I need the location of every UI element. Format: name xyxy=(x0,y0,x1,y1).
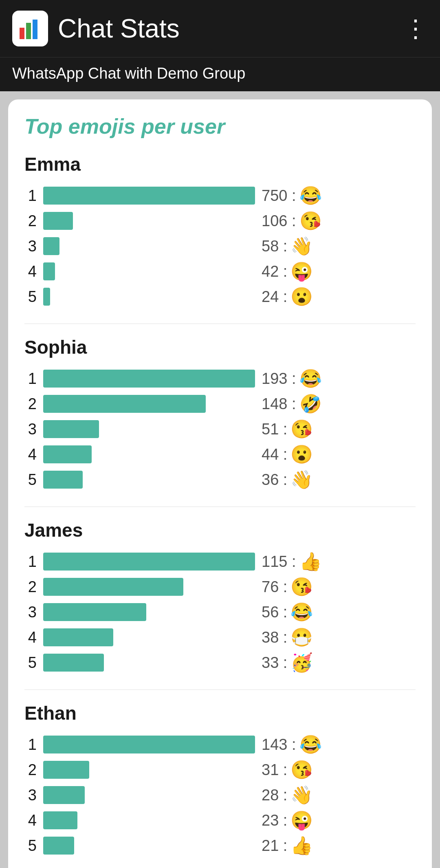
count-emoji: 193 : 😂 xyxy=(262,368,322,389)
rank-number: 4 xyxy=(24,446,37,463)
emoji-icon: 😂 xyxy=(299,734,322,755)
rank-number: 4 xyxy=(24,629,37,646)
user-section-ethan: Ethan 1 143 : 😂 2 31 : 😘 xyxy=(24,702,416,856)
app-bar: Chat Stats ⋮ xyxy=(0,0,440,57)
emoji-row: 1 143 : 😂 xyxy=(24,734,416,755)
emoji-row: 1 115 : 👍 xyxy=(24,551,416,572)
bar-container xyxy=(43,445,255,463)
bar-container xyxy=(43,237,255,255)
rank-number: 3 xyxy=(24,238,37,255)
bar xyxy=(43,471,83,489)
emoji-icon: 😮 xyxy=(290,444,313,465)
bar xyxy=(43,370,255,388)
subtitle-bar: WhatsApp Chat with Demo Group xyxy=(0,57,440,91)
emoji-row: 4 44 : 😮 xyxy=(24,444,416,465)
rank-number: 4 xyxy=(24,812,37,829)
main-content: Top emojis per user Emma 1 750 : 😂 2 106… xyxy=(0,91,440,868)
user-name: James xyxy=(24,519,416,541)
bar xyxy=(43,736,255,753)
section-divider xyxy=(24,690,416,690)
user-name: Ethan xyxy=(24,702,416,724)
bar-container xyxy=(43,628,255,646)
bar xyxy=(43,578,183,596)
count-emoji: 115 : 👍 xyxy=(262,551,322,572)
emoji-row: 2 148 : 🤣 xyxy=(24,393,416,414)
emoji-icon: 😘 xyxy=(299,210,322,231)
emoji-row: 3 56 : 😂 xyxy=(24,601,416,623)
bar xyxy=(43,237,59,255)
emoji-icon: 🤣 xyxy=(299,393,322,414)
bar-container xyxy=(43,761,255,779)
emoji-row: 5 21 : 👍 xyxy=(24,835,416,856)
chat-name: WhatsApp Chat with Demo Group xyxy=(12,65,245,82)
count-emoji: 23 : 😜 xyxy=(262,810,313,831)
rank-number: 5 xyxy=(24,288,37,306)
more-options-icon[interactable]: ⋮ xyxy=(403,14,428,43)
bar-container xyxy=(43,471,255,489)
user-section-emma: Emma 1 750 : 😂 2 106 : 😘 xyxy=(24,153,416,307)
emoji-icon: 😜 xyxy=(290,810,313,831)
emoji-row: 3 51 : 😘 xyxy=(24,419,416,440)
user-name: Emma xyxy=(24,153,416,175)
bar xyxy=(43,553,255,571)
emoji-icon: 😘 xyxy=(290,576,313,597)
stats-card: Top emojis per user Emma 1 750 : 😂 2 106… xyxy=(8,99,432,868)
count-emoji: 33 : 🥳 xyxy=(262,652,313,673)
count-emoji: 28 : 👋 xyxy=(262,784,313,806)
rank-number: 5 xyxy=(24,837,37,855)
bar xyxy=(43,761,89,779)
count-emoji: 36 : 👋 xyxy=(262,469,313,490)
bar-container xyxy=(43,262,255,280)
emoji-icon: 😂 xyxy=(299,368,322,389)
bar-container xyxy=(43,420,255,438)
user-section-sophia: Sophia 1 193 : 😂 2 148 : 🤣 xyxy=(24,336,416,490)
rank-number: 2 xyxy=(24,395,37,413)
bar xyxy=(43,786,85,804)
emoji-icon: 😷 xyxy=(290,627,313,648)
bar-container xyxy=(43,187,255,205)
emoji-icon: 👍 xyxy=(299,551,322,572)
count-emoji: 42 : 😜 xyxy=(262,261,313,282)
count-emoji: 51 : 😘 xyxy=(262,419,313,440)
bar-container xyxy=(43,370,255,388)
rank-number: 1 xyxy=(24,736,37,753)
bar xyxy=(43,212,73,230)
emoji-row: 5 33 : 🥳 xyxy=(24,652,416,673)
emoji-icon: 👋 xyxy=(290,784,313,806)
count-emoji: 38 : 😷 xyxy=(262,627,313,648)
emoji-row: 1 750 : 😂 xyxy=(24,185,416,206)
bar-container xyxy=(43,603,255,621)
emoji-icon: 😜 xyxy=(290,261,313,282)
emoji-icon: 👋 xyxy=(290,469,313,490)
bar xyxy=(43,811,77,829)
bar-container xyxy=(43,553,255,571)
emoji-row: 4 23 : 😜 xyxy=(24,810,416,831)
count-emoji: 24 : 😮 xyxy=(262,286,313,307)
bar xyxy=(43,603,146,621)
bar-container xyxy=(43,811,255,829)
emoji-row: 4 38 : 😷 xyxy=(24,627,416,648)
rank-number: 5 xyxy=(24,471,37,489)
bar xyxy=(43,445,92,463)
count-emoji: 106 : 😘 xyxy=(262,210,322,231)
bar xyxy=(43,420,99,438)
users-container: Emma 1 750 : 😂 2 106 : 😘 xyxy=(24,153,416,856)
rank-number: 2 xyxy=(24,761,37,779)
emoji-row: 2 76 : 😘 xyxy=(24,576,416,597)
app-icon xyxy=(12,11,48,46)
section-title: Top emojis per user xyxy=(24,114,416,139)
rank-number: 1 xyxy=(24,187,37,205)
svg-rect-0 xyxy=(20,28,24,39)
bar xyxy=(43,395,206,413)
rank-number: 1 xyxy=(24,370,37,388)
count-emoji: 750 : 😂 xyxy=(262,185,322,206)
bar xyxy=(43,187,255,205)
count-emoji: 56 : 😂 xyxy=(262,601,313,623)
emoji-icon: 😘 xyxy=(290,759,313,780)
count-emoji: 148 : 🤣 xyxy=(262,393,322,414)
rank-number: 3 xyxy=(24,604,37,621)
emoji-icon: 😘 xyxy=(290,419,313,440)
bar-container xyxy=(43,786,255,804)
bar-container xyxy=(43,395,255,413)
user-section-james: James 1 115 : 👍 2 76 : 😘 xyxy=(24,519,416,673)
